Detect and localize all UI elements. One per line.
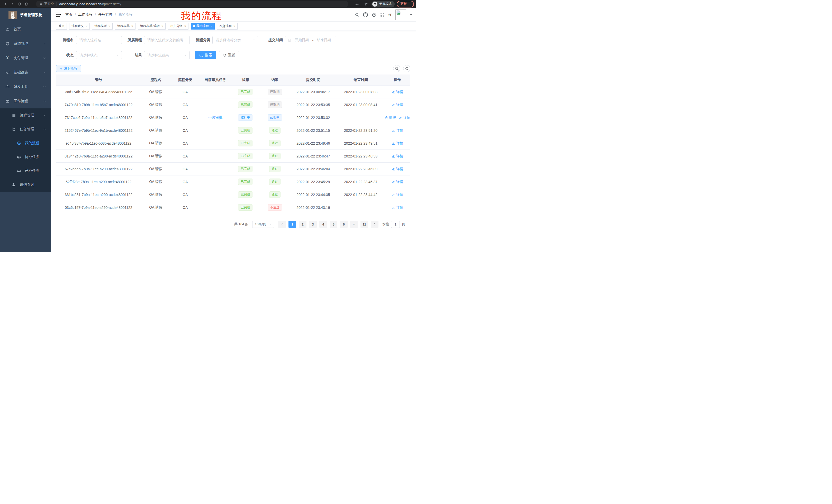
close-icon[interactable]: × [233, 25, 235, 28]
task-link[interactable]: 一级审批 [208, 115, 223, 120]
search-icon[interactable] [355, 12, 359, 17]
cancel-link[interactable]: 取消 [385, 115, 396, 120]
tab-process-definition[interactable]: 流程定义× [69, 23, 90, 30]
status-select[interactable] [76, 51, 122, 59]
browser-forward-icon[interactable] [9, 1, 16, 7]
close-icon[interactable]: × [161, 25, 163, 28]
prev-page-button[interactable] [278, 221, 286, 228]
process-name-input-field[interactable] [76, 36, 122, 44]
fullscreen-icon[interactable] [380, 12, 385, 17]
page-button-2[interactable]: 2 [299, 221, 307, 228]
next-page-button[interactable] [371, 221, 379, 228]
sidebar-item-infrastructure[interactable]: 基础设施 [0, 65, 51, 80]
address-bar[interactable]: 不安全 dashboard.yudao.iocoder.cn /bpm/task… [36, 1, 348, 7]
sidebar-item-system-management[interactable]: 系统管理 [0, 36, 51, 51]
tab-process-model[interactable]: 流程模型× [92, 23, 113, 30]
browser-back-icon[interactable] [2, 1, 9, 7]
breadcrumb-item[interactable]: 工作流程 [78, 12, 93, 17]
tab-label: 发起流程 [219, 24, 232, 28]
page-button-4[interactable]: 4 [319, 221, 327, 228]
detail-link[interactable]: 详情 [392, 192, 403, 197]
detail-link[interactable]: 详情 [392, 128, 403, 133]
process-definition-input[interactable] [144, 36, 190, 44]
page-button-11[interactable]: 11 [361, 221, 368, 228]
app-logo[interactable]: 芋道管理系统 [0, 8, 51, 22]
column-header: 提交时间 [289, 78, 337, 82]
close-icon[interactable]: × [86, 25, 87, 28]
sidebar-item-leave-query[interactable]: 请假查询 [0, 178, 51, 192]
detail-link[interactable]: 详情 [392, 154, 403, 159]
search-button[interactable]: 搜索 [195, 51, 216, 59]
key-icon[interactable] [354, 1, 361, 7]
result-select-field[interactable] [144, 51, 189, 59]
help-icon[interactable] [372, 12, 376, 17]
submit-time-range-picker[interactable]: 开始日期 - 结束日期 [285, 36, 336, 44]
status-badge: 已完成 [238, 191, 253, 198]
detail-link[interactable]: 详情 [392, 103, 403, 107]
update-button[interactable]: 更新 [397, 1, 414, 7]
tab-process-form[interactable]: 流程表单× [115, 23, 135, 30]
page-button-1[interactable]: 1 [288, 221, 296, 228]
github-icon[interactable] [363, 12, 368, 17]
detail-link[interactable]: 详情 [392, 141, 403, 146]
status-select-field[interactable] [76, 51, 122, 59]
close-icon[interactable]: × [108, 25, 110, 28]
chevron-down-icon[interactable] [410, 13, 412, 16]
plus-icon [60, 67, 63, 70]
process-category: OA [171, 103, 200, 107]
process-id: ec45f38f-7b9a-11ec-b03b-acde48001122 [56, 141, 141, 145]
sidebar-item-task-management[interactable]: 任务管理 [0, 122, 51, 136]
page-button-5[interactable]: 5 [330, 221, 337, 228]
toggle-search-button[interactable] [393, 65, 400, 72]
tab-process-form-edit[interactable]: 流程表单-编辑× [138, 23, 165, 30]
hamburger-icon[interactable] [56, 12, 61, 17]
avatar[interactable] [395, 9, 406, 20]
browser-reload-icon[interactable] [16, 1, 23, 7]
font-size-icon[interactable]: tT [389, 12, 392, 17]
breadcrumb-item[interactable]: 首页 [65, 12, 73, 17]
more-pages-button[interactable]: ••• [350, 221, 358, 228]
detail-link[interactable]: 详情 [392, 179, 403, 184]
close-icon[interactable]: × [131, 25, 133, 28]
close-icon[interactable]: × [211, 25, 212, 28]
page-size-select[interactable]: 10条/页 [252, 221, 274, 228]
reset-button[interactable]: 重置 [219, 51, 239, 59]
star-icon[interactable] [363, 1, 369, 7]
goto-page-input[interactable] [391, 221, 400, 228]
tab-home[interactable]: 首页 [56, 23, 67, 30]
status-badge: 通过 [269, 153, 281, 159]
browser-home-icon[interactable] [23, 1, 30, 7]
column-header: 结束时间 [337, 78, 385, 82]
start-process-button[interactable]: 发起流程 [56, 65, 81, 72]
sidebar-item-done-tasks[interactable]: 已办任务 [0, 164, 51, 178]
tab-my-process[interactable]: 我的流程× [191, 23, 215, 30]
kebab-menu-icon[interactable] [408, 2, 412, 6]
process-category-select-field[interactable] [213, 36, 258, 44]
page-button-6[interactable]: 6 [340, 221, 347, 228]
page-button-3[interactable]: 3 [309, 221, 317, 228]
process-name-input[interactable] [76, 36, 122, 44]
sidebar-item-workflow[interactable]: 工作流程 [0, 94, 51, 108]
detail-link[interactable]: 详情 [392, 205, 403, 210]
breadcrumb-item[interactable]: 任务管理 [98, 12, 113, 17]
robot-icon [17, 141, 21, 145]
sidebar-item-home[interactable]: 首页 [0, 22, 51, 36]
sidebar-item-todo-tasks[interactable]: 待办任务 [0, 150, 51, 164]
process-category-select[interactable] [212, 36, 258, 44]
process-definition-input-field[interactable] [144, 36, 189, 44]
close-icon[interactable]: × [184, 25, 186, 28]
table-toolbar: 发起流程 [56, 65, 410, 72]
sidebar-item-my-process[interactable]: 我的流程 [0, 136, 51, 150]
detail-link[interactable]: 详情 [399, 115, 410, 120]
detail-link[interactable]: 详情 [392, 167, 403, 171]
edit-icon [392, 129, 395, 132]
result-select[interactable] [144, 51, 190, 59]
refresh-table-button[interactable] [403, 65, 410, 72]
tab-start-process[interactable]: 发起流程× [217, 23, 238, 30]
detail-link[interactable]: 详情 [392, 90, 403, 94]
status-cell: 已完成 [231, 102, 260, 108]
sidebar-item-process-management[interactable]: 流程管理 [0, 108, 51, 122]
sidebar-item-payment-management[interactable]: ¥支付管理 [0, 51, 51, 65]
sidebar-item-dev-tools[interactable]: 研发工具 [0, 80, 51, 94]
tab-user-group[interactable]: 用户分组× [168, 23, 188, 30]
